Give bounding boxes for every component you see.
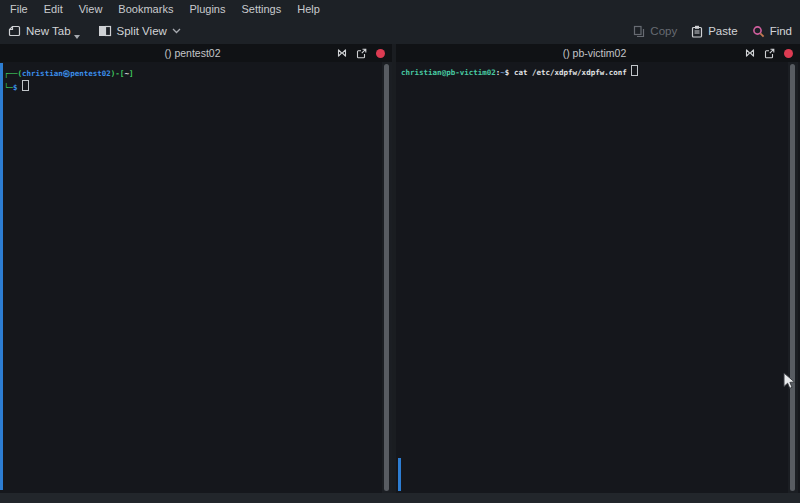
split-workspace: () pentest02 ┌──(christian㉿pentest0	[0, 44, 800, 493]
expand-view-icon[interactable]	[337, 48, 347, 58]
menu-bookmarks[interactable]: Bookmarks	[110, 0, 181, 18]
menu-settings[interactable]: Settings	[233, 0, 289, 18]
focus-indicator-right	[398, 458, 401, 491]
new-tab-dropdown-caret[interactable]	[74, 35, 80, 39]
split-view-icon	[98, 25, 112, 37]
chevron-down-icon	[172, 28, 181, 34]
new-tab-label: New Tab	[26, 25, 71, 37]
detach-view-icon[interactable]	[356, 48, 367, 59]
menu-help[interactable]: Help	[289, 0, 328, 18]
copy-label: Copy	[650, 25, 677, 37]
split-view-button[interactable]: Split View	[98, 20, 181, 42]
prompt-frame-lead: └─	[4, 83, 13, 92]
typed-command: cat /etc/xdpfw/xdpfw.conf	[509, 68, 626, 77]
tab-new-icon	[8, 25, 21, 37]
pane-left: () pentest02 ┌──(christian㉿pentest0	[0, 44, 392, 493]
detach-view-icon[interactable]	[764, 48, 775, 59]
scrollbar-thumb-left[interactable]	[384, 64, 389, 491]
pane-header-right[interactable]: () pb-victim02	[396, 44, 800, 62]
pane-title-right: () pb-victim02	[563, 47, 627, 59]
terminal-cursor-right	[631, 65, 638, 76]
menu-plugins[interactable]: Plugins	[181, 0, 233, 18]
terminal-right-content: christian@pb-victim02:~$ cat /etc/xdpfw/…	[396, 62, 800, 79]
prompt-frame-close: ]	[129, 69, 134, 78]
close-view-button[interactable]	[784, 49, 793, 58]
terminal-left-content: ┌──(christian㉿pentest02)-[~] └─$	[0, 62, 392, 94]
scrollbar-thumb-right[interactable]	[790, 64, 795, 491]
expand-view-icon[interactable]	[745, 48, 755, 58]
pane-right: () pb-victim02 christian@pb-victim02:~$ …	[396, 44, 800, 493]
split-view-label: Split View	[117, 25, 167, 37]
new-tab-button[interactable]: New Tab	[8, 20, 80, 42]
prompt-user-host: christian@pb-victim02	[401, 68, 496, 77]
prompt-dollar: $	[13, 83, 18, 92]
scrollbar-left[interactable]	[382, 62, 392, 493]
paste-icon	[691, 25, 703, 38]
terminal-right[interactable]: christian@pb-victim02:~$ cat /etc/xdpfw/…	[396, 62, 800, 493]
copy-icon	[633, 25, 645, 38]
menu-file[interactable]: File	[2, 0, 36, 18]
menu-view[interactable]: View	[71, 0, 111, 18]
terminal-left[interactable]: ┌──(christian㉿pentest02)-[~] └─$	[0, 62, 392, 493]
terminal-cursor-left	[22, 80, 29, 91]
prompt-frame-open: ┌──(	[4, 69, 22, 78]
paste-button[interactable]: Paste	[691, 20, 737, 42]
pane-title-left: () pentest02	[164, 47, 220, 59]
search-icon	[752, 25, 765, 38]
copy-button[interactable]: Copy	[633, 20, 677, 42]
focus-indicator-left	[0, 63, 3, 490]
menu-bar: File Edit View Bookmarks Plugins Setting…	[0, 0, 800, 18]
toolbar: New Tab Split View	[0, 18, 800, 44]
find-button[interactable]: Find	[752, 20, 792, 42]
prompt-frame-mid: )-[	[111, 69, 125, 78]
close-view-button[interactable]	[376, 49, 385, 58]
menu-edit[interactable]: Edit	[36, 0, 71, 18]
prompt-user-host: christian㉿pentest02	[22, 69, 111, 78]
window-bottom-edge	[0, 493, 800, 503]
paste-label: Paste	[708, 25, 737, 37]
find-label: Find	[770, 25, 792, 37]
pane-header-left[interactable]: () pentest02	[0, 44, 392, 62]
scrollbar-right[interactable]	[788, 62, 798, 493]
